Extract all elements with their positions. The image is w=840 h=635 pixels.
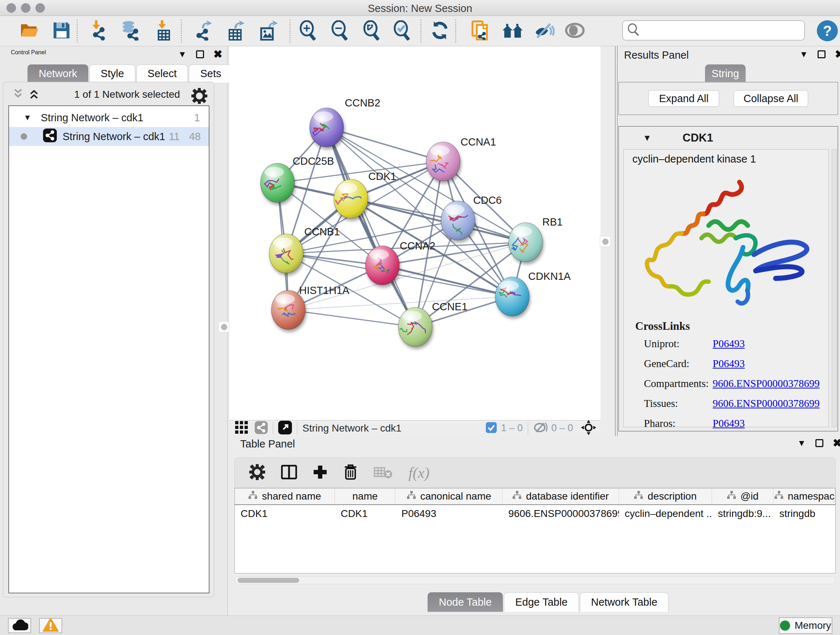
expand-all-button[interactable]: Expand All — [648, 90, 719, 107]
close-panel-icon[interactable]: ✖ — [213, 50, 223, 58]
warnings-button[interactable] — [39, 618, 62, 633]
selected-checkbox-icon[interactable] — [486, 422, 497, 434]
tab-sets[interactable]: Sets — [189, 65, 232, 82]
network-node-HIST1H1A[interactable] — [271, 290, 305, 329]
tab-node-table[interactable]: Node Table — [428, 592, 503, 612]
table-cell[interactable]: stringdb:9... — [712, 505, 774, 523]
maximize-panel-icon[interactable] — [815, 439, 823, 447]
column-header--id[interactable]: @id — [712, 488, 774, 504]
column-header-namespac[interactable]: namespac — [774, 488, 835, 504]
node-table[interactable]: shared namenamecanonical namedatabase id… — [234, 488, 836, 573]
column-header-description[interactable]: description — [619, 488, 712, 504]
open-in-window-icon[interactable] — [278, 421, 292, 436]
tab-select[interactable]: Select — [136, 65, 188, 82]
hidden-eye-slash-icon[interactable] — [533, 422, 548, 435]
table-options-gear-icon[interactable] — [249, 464, 265, 481]
maximize-panel-icon[interactable] — [818, 50, 826, 58]
collapse-all-button[interactable]: Collapse All — [734, 90, 808, 107]
crosslink-link[interactable]: P06493 — [713, 358, 745, 370]
column-header-canonical-name[interactable]: canonical name — [395, 488, 502, 504]
network-node-CDKN1A[interactable] — [495, 277, 529, 316]
network-node-CDK1[interactable] — [332, 179, 368, 218]
string-network-graph[interactable]: CCNB2CCNA1CDC25BCDK1CDC6RB1CCNB1CCNA2CDK… — [229, 46, 600, 420]
zoom-out-button[interactable] — [329, 21, 351, 41]
memory-button[interactable]: Memory — [779, 617, 832, 634]
network-edge-CCNB2-CCNA1[interactable] — [327, 127, 443, 162]
expand-all-networks-icon[interactable] — [28, 88, 39, 101]
collection-expand-icon[interactable]: ▼ — [24, 113, 32, 122]
export-table-button[interactable] — [224, 21, 246, 41]
search-input[interactable] — [639, 25, 799, 36]
clone-network-button[interactable] — [470, 21, 491, 41]
refresh-button[interactable] — [429, 21, 451, 41]
import-network-database-button[interactable] — [119, 21, 141, 41]
help-button[interactable]: ? — [817, 20, 838, 41]
import-table-file-button[interactable] — [152, 21, 174, 41]
close-panel-icon[interactable]: ✖ — [833, 439, 840, 447]
crosslink-link[interactable]: P06493 — [713, 338, 745, 350]
birds-eye-view-icon[interactable] — [235, 421, 248, 435]
scrollbar-thumb[interactable] — [238, 578, 299, 583]
tab-style[interactable]: Style — [89, 65, 135, 82]
results-scrollbar[interactable] — [832, 149, 837, 427]
fit-content-crosshair-icon[interactable] — [581, 420, 596, 437]
hide-selected-button[interactable] — [533, 21, 555, 41]
maximize-panel-icon[interactable] — [196, 50, 204, 58]
open-session-button[interactable] — [19, 21, 41, 41]
table-cell[interactable]: CDK1 — [235, 505, 335, 523]
network-node-RB1[interactable] — [508, 223, 543, 262]
column-header-name[interactable]: name — [335, 488, 396, 504]
collapse-all-networks-icon[interactable] — [13, 88, 24, 101]
column-header-database-identifier[interactable]: database identifier — [502, 488, 619, 504]
tab-edge-table[interactable]: Edge Table — [504, 592, 579, 612]
crosslink-link[interactable]: 9606.ENSP00000378699 — [713, 378, 820, 390]
crosslink-link[interactable]: P06493 — [713, 417, 745, 429]
import-network-file-button[interactable] — [87, 21, 109, 41]
network-collection-row[interactable]: ▼ String Network – cdk1 1 — [9, 108, 209, 127]
network-row[interactable]: String Network – cdk1 11 48 — [9, 127, 209, 146]
delete-row-trash-icon[interactable] — [343, 464, 358, 481]
network-node-CCNA2[interactable] — [365, 246, 399, 285]
table-cell[interactable]: cyclin–dependent ... — [619, 505, 712, 523]
network-options-gear-icon[interactable] — [191, 88, 207, 105]
table-horizontal-scrollbar[interactable] — [234, 576, 836, 584]
string-badge-icon[interactable] — [255, 421, 268, 435]
network-node-CDC25B[interactable] — [261, 163, 294, 203]
results-panel-splitter[interactable] — [615, 46, 617, 436]
zoom-in-button[interactable] — [297, 21, 319, 41]
float-panel-icon[interactable]: ▼ — [797, 438, 806, 448]
export-image-button[interactable] — [257, 21, 279, 41]
cloud-status-button[interactable] — [8, 618, 31, 633]
collapse-card-icon[interactable]: ▼ — [643, 133, 652, 143]
network-node-CCNB1[interactable] — [269, 234, 303, 273]
export-network-button[interactable] — [192, 21, 213, 41]
save-session-button[interactable] — [51, 21, 73, 41]
table-cell[interactable]: CDK1 — [335, 505, 396, 523]
float-panel-icon[interactable]: ▼ — [799, 49, 808, 59]
network-node-CCNB2[interactable] — [309, 108, 344, 147]
close-panel-icon[interactable]: ✖ — [835, 50, 840, 58]
zoom-selected-button[interactable] — [392, 21, 413, 41]
crosslink-link[interactable]: 9606.ENSP00000378699 — [713, 397, 820, 409]
add-column-icon[interactable] — [313, 465, 327, 481]
splitter-handle-icon[interactable] — [600, 236, 611, 247]
network-view-canvas[interactable]: CCNB2CCNA1CDC25BCDK1CDC6RB1CCNB1CCNA2CDK… — [229, 46, 600, 420]
network-node-CDC6[interactable] — [441, 201, 475, 240]
tab-network-table[interactable]: Network Table — [580, 592, 668, 612]
tab-network[interactable]: Network — [27, 65, 88, 82]
splitter-handle-icon[interactable] — [218, 321, 229, 333]
search-field[interactable] — [622, 20, 805, 41]
table-cell[interactable]: stringdb — [774, 505, 835, 523]
column-header-shared-name[interactable]: shared name — [235, 488, 335, 504]
tab-string[interactable]: String — [705, 65, 745, 82]
network-node-CCNE1[interactable] — [393, 307, 432, 347]
network-node-CCNA1[interactable] — [426, 142, 460, 181]
table-cell[interactable]: P06493 — [395, 505, 502, 523]
network-edge-HIST1H1A-CCNE1[interactable] — [288, 310, 415, 327]
table-row[interactable]: CDK1CDK1P064939606.ENSP00000378699cyclin… — [235, 505, 835, 523]
show-all-button[interactable] — [564, 21, 586, 41]
zoom-fit-button[interactable] — [361, 21, 383, 41]
network-edge-CCNB2-CCNE1[interactable] — [327, 127, 415, 327]
float-panel-icon[interactable]: ▼ — [178, 49, 187, 59]
table-cell[interactable]: 9606.ENSP00000378699 — [502, 505, 619, 523]
